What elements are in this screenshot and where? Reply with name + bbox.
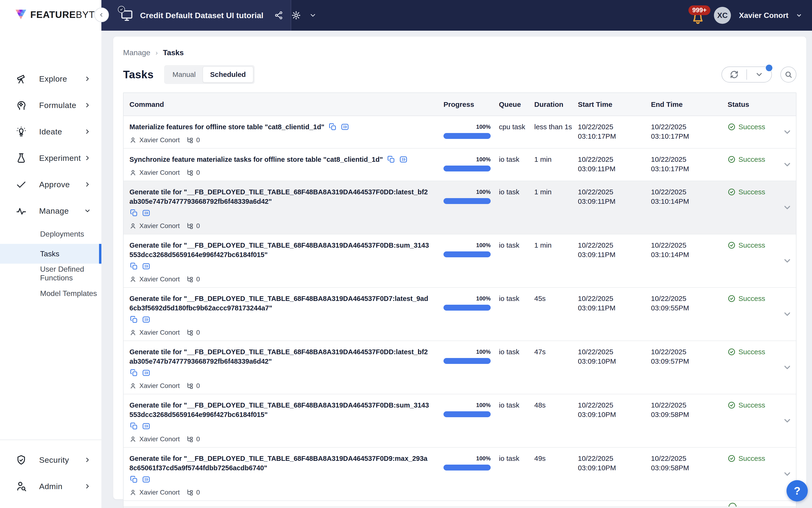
expand-chevron-icon[interactable] — [782, 309, 792, 319]
column-header-expand — [778, 93, 796, 116]
owner-name: Xavier Conort — [139, 382, 180, 390]
task-id-button[interactable]: ID — [341, 122, 349, 131]
task-row[interactable]: Materialize features for offline store t… — [124, 116, 796, 149]
task-row[interactable]: Generate tile for "__FB_DEPLOYED_TILE_TA… — [124, 341, 796, 394]
status-text: Success — [738, 241, 765, 250]
sidebar-item-ideate[interactable]: Ideate — [0, 118, 101, 145]
refresh-notification-dot — [766, 65, 772, 71]
copy-button[interactable] — [129, 209, 138, 217]
queue-cell: io task — [499, 181, 534, 234]
brand-logo[interactable]: FEATUREBYTE — [0, 0, 101, 21]
queue-cell: io task — [499, 235, 534, 287]
task-id-button[interactable]: ID — [142, 315, 151, 324]
tab-scheduled[interactable]: Scheduled — [203, 67, 253, 83]
duration-cell: 48s — [534, 394, 578, 447]
sidebar-item-formulate[interactable]: Formulate — [0, 92, 101, 118]
progress-bar — [444, 305, 491, 310]
refresh-button[interactable] — [722, 67, 747, 82]
chevron-down-icon[interactable] — [309, 11, 317, 19]
copy-button[interactable] — [129, 368, 138, 377]
task-id-button[interactable]: ID — [399, 155, 408, 164]
user-menu-chevron-icon[interactable] — [796, 12, 803, 19]
copy-button[interactable] — [129, 262, 138, 271]
subtask-tree-icon — [186, 489, 193, 496]
owner-name: Xavier Conort — [139, 222, 180, 230]
copy-icon — [130, 422, 138, 430]
copy-icon — [130, 209, 138, 217]
task-row[interactable]: Generate tile for "__FB_DEPLOYED_TILE_TA… — [124, 288, 796, 341]
chevron-right-icon — [84, 75, 91, 82]
avatar[interactable]: XC — [714, 7, 731, 24]
catalog-title[interactable]: Credit Default Dataset UI tutorial — [140, 11, 263, 20]
copy-button[interactable] — [129, 422, 138, 431]
task-id-button[interactable]: ID — [142, 475, 151, 484]
flask-icon — [15, 152, 27, 164]
breadcrumb: Manage › Tasks — [123, 48, 797, 57]
expand-chevron-icon[interactable] — [782, 160, 792, 169]
command-actions: ID — [328, 122, 349, 131]
share-icon[interactable] — [274, 11, 283, 20]
copy-button[interactable] — [129, 475, 138, 484]
search-button[interactable] — [780, 67, 797, 83]
help-button[interactable]: ? — [786, 480, 808, 501]
queue-cell: io task — [499, 341, 534, 394]
sidebar-item-experiment[interactable]: Experiment — [0, 145, 101, 171]
expand-chevron-icon[interactable] — [782, 127, 792, 137]
expand-cell — [778, 149, 796, 181]
column-header-command: Command — [124, 93, 444, 116]
breadcrumb-manage[interactable]: Manage — [123, 48, 150, 57]
topbar: Credit Default Dataset UI tutorial 999+ … — [101, 0, 812, 31]
end-time-cell: 10/22/202503:09:57PM — [651, 341, 728, 394]
gear-icon[interactable] — [291, 10, 301, 20]
sidebar-item-approve[interactable]: Approve — [0, 171, 101, 198]
sidebar-item-model-templates[interactable]: Model Templates — [0, 284, 101, 303]
chevron-left-icon — [98, 11, 105, 18]
copy-icon — [387, 155, 395, 164]
lightbulb-icon — [15, 126, 27, 137]
task-id-button[interactable]: ID — [142, 209, 151, 217]
sidebar-item-tasks[interactable]: Tasks — [0, 244, 101, 264]
start-time-cell: 10/22/202503:09:11PM — [578, 288, 651, 341]
sidebar-item-security[interactable]: Security — [0, 447, 101, 473]
subtask-count: 0 — [196, 169, 200, 176]
start-time-cell: 10/22/202503:09:11PM — [578, 149, 651, 181]
end-time-cell: 10/22/202503:09:58PM — [651, 448, 728, 501]
refresh-icon — [730, 70, 738, 79]
task-row[interactable]: Generate tile for "__FB_DEPLOYED_TILE_TA… — [124, 181, 796, 235]
start-time-cell: 10/22/202503:09:11PM — [578, 181, 651, 234]
expand-chevron-icon[interactable] — [782, 256, 792, 265]
end-time-cell: 10/22/202503:10:14PM — [651, 235, 728, 287]
command-actions: ID — [129, 315, 430, 324]
task-id-button[interactable]: ID — [142, 368, 151, 377]
task-row[interactable]: Generate tile for "__FB_DEPLOYED_TILE_TA… — [124, 235, 796, 288]
task-id-button[interactable]: ID — [142, 262, 151, 271]
sidebar-item-explore[interactable]: Explore — [0, 66, 101, 92]
sidebar-item-admin[interactable]: Admin — [0, 473, 101, 500]
sidebar-item-deployments[interactable]: Deployments — [0, 224, 101, 244]
duration-cell: 45s — [534, 288, 578, 341]
sidebar-item-manage[interactable]: Manage — [0, 198, 101, 224]
expand-chevron-icon[interactable] — [782, 469, 792, 479]
command-cell: Generate tile for "__FB_DEPLOYED_TILE_TA… — [124, 235, 444, 287]
sidebar-item-user-defined-functions[interactable]: User Defined Functions — [0, 264, 101, 284]
status-cell: Success — [728, 394, 778, 447]
expand-chevron-icon[interactable] — [782, 416, 792, 425]
copy-button[interactable] — [387, 155, 396, 164]
command-cell: Generate tile for "__FB_DEPLOYED_TILE_TA… — [124, 394, 444, 447]
notifications-button[interactable]: 999+ — [690, 6, 707, 25]
copy-button[interactable] — [129, 315, 138, 324]
progress-bar — [444, 166, 491, 171]
task-id-button[interactable]: ID — [142, 422, 151, 431]
breadcrumb-tasks[interactable]: Tasks — [163, 48, 184, 57]
tab-manual[interactable]: Manual — [166, 67, 203, 82]
expand-chevron-icon[interactable] — [782, 363, 792, 372]
expand-chevron-icon[interactable] — [782, 203, 792, 212]
task-row[interactable]: Generate tile for "__FB_DEPLOYED_TILE_TA… — [124, 394, 796, 448]
copy-button[interactable] — [328, 122, 337, 131]
task-row[interactable]: Synchronize feature materialize tasks fo… — [124, 149, 796, 181]
column-header-queue: Queue — [499, 93, 534, 116]
command-actions: ID — [129, 475, 430, 484]
task-row[interactable]: Generate tile for "__FB_DEPLOYED_TILE_TA… — [124, 448, 796, 501]
sidebar-menu: Explore Formulate Ideate Experiment Appr… — [0, 66, 101, 303]
sidebar-collapse-button[interactable] — [94, 7, 109, 22]
